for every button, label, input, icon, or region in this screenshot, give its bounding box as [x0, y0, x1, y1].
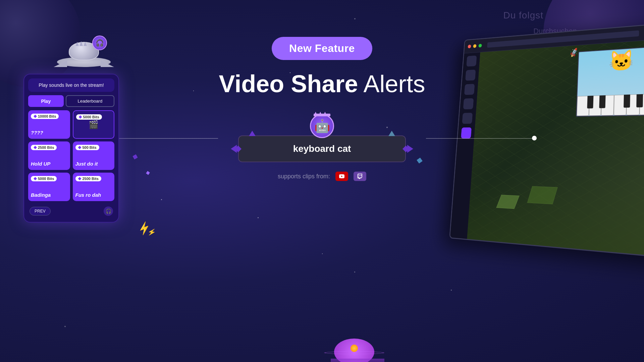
sidebar-icon-4	[463, 98, 474, 109]
alert-top-right-tri	[388, 131, 395, 136]
prev-button[interactable]: PREV	[30, 207, 51, 216]
bits-label-2: Bits	[92, 115, 99, 119]
cat-video: 🐱	[576, 46, 644, 117]
sidebar-active-icon	[461, 127, 472, 138]
black-key-3	[624, 95, 630, 108]
line-dot-right	[532, 136, 537, 140]
screen-dot-green	[478, 44, 482, 48]
sound-name-5: Badinga	[31, 192, 51, 198]
robot-icon: 🤖	[310, 114, 334, 138]
bits-label-4: Bits	[90, 145, 97, 149]
bits-value-1: 10000	[38, 114, 48, 118]
piano	[577, 94, 644, 116]
black-key-2	[599, 95, 605, 108]
bits-badge-5: 5000 Bits	[31, 176, 57, 181]
bits-value-2: 5000	[83, 115, 91, 119]
robot-crown	[314, 110, 330, 116]
phone-panel: 🎧 Play sounds live on the stream! Play L…	[23, 74, 119, 223]
video-icon: 🎬	[89, 120, 99, 129]
gem-icon-6	[78, 177, 82, 180]
headphone-icon: 🎧	[104, 206, 113, 216]
sound-name-4: Just do it	[75, 161, 98, 167]
center-content: New Feature Video Share Alerts 🤖	[205, 0, 439, 181]
sound-btn-6[interactable]: 2500 Bits Fus ro dah	[73, 173, 115, 201]
sound-btn-2[interactable]: 5000 Bits 🎬	[73, 110, 115, 139]
bits-badge-6: 2500 Bits	[75, 176, 101, 181]
spaceship-decoration: 🎧	[54, 44, 121, 74]
screen-main-content: Du folgst Durchsuchen Suchen 🐱	[467, 38, 644, 257]
bits-label-6: Bits	[92, 177, 99, 181]
bits-value-6: 2500	[83, 177, 91, 181]
main-title: Video Share Alerts	[219, 71, 425, 97]
gem-icon-5	[34, 177, 37, 180]
screen-dot-red	[468, 45, 471, 48]
alert-video-name: keyboard cat	[266, 143, 378, 154]
supports-text: supports clips from:	[278, 172, 366, 181]
right-diamond-1	[417, 158, 423, 164]
sound-name-3: Hold UP	[31, 161, 50, 167]
screen-body: Du folgst Durchsuchen Suchen 🐱	[450, 38, 644, 257]
alert-line-right	[426, 138, 533, 139]
alert-container: 🤖 keyboard cat	[238, 114, 406, 162]
purple-float-2	[146, 171, 150, 175]
bits-value-3: 2500	[38, 145, 46, 149]
sidebar-icon-5	[462, 113, 473, 124]
black-key-4	[636, 94, 643, 108]
sound-btn-1[interactable]: 10000 Bits ????	[28, 110, 70, 139]
phone-tabs: Play Leaderboard	[28, 95, 114, 107]
sound-btn-4[interactable]: 500 Bits Just do it	[73, 141, 115, 170]
bits-label-3: Bits	[47, 145, 54, 149]
game-block-2	[527, 186, 558, 204]
gem-icon-2	[79, 115, 82, 119]
phone-header-text: Play sounds live on the stream!	[32, 82, 110, 88]
crown-base	[314, 114, 330, 116]
bits-badge-2: 5000 Bits	[76, 114, 102, 120]
alert-left-arrow	[231, 145, 237, 153]
alert-arrow-right-container	[407, 145, 413, 153]
phone-header: Play sounds live on the stream!	[28, 78, 114, 92]
screen-dot-yellow	[473, 44, 476, 48]
sound-btn-3[interactable]: 2500 Bits Hold UP	[28, 141, 70, 170]
spaceship-pilot-icon: 🎧	[92, 36, 107, 50]
bits-badge-4: 500 Bits	[75, 145, 99, 150]
title-regular: Alerts	[358, 70, 425, 97]
sound-btn-5[interactable]: 5000 Bits Badinga	[28, 173, 70, 201]
planet-wave	[331, 359, 384, 362]
bits-value-5: 5000	[38, 177, 46, 181]
cat-video-bg: 🐱	[577, 46, 644, 116]
sound-name-6: Fus ro dah	[75, 192, 101, 198]
lightning-bolt-2: ⚡	[147, 227, 157, 237]
gem-icon-4	[78, 146, 82, 149]
planet-moon	[351, 345, 358, 352]
phone: Play sounds live on the stream! Play Lea…	[23, 74, 119, 223]
bottom-decoration	[321, 322, 388, 362]
sound-name-1: ????	[31, 130, 43, 135]
twitch-icon	[354, 172, 366, 181]
black-key-1	[587, 96, 593, 108]
sidebar-icon-1	[466, 55, 477, 66]
bg-ui-text-1: Du folgst	[503, 10, 544, 21]
alert-top-left-tri	[249, 131, 256, 136]
sidebar-icon-3	[464, 84, 475, 95]
bits-badge-3: 2500 Bits	[31, 145, 57, 150]
bits-label-5: Bits	[47, 177, 54, 181]
tab-play-button[interactable]: Play	[28, 95, 64, 107]
robot-face: 🤖	[314, 119, 330, 133]
bits-badge-1: 10000 Bits	[31, 114, 59, 119]
tab-leaderboard-button[interactable]: Leaderboard	[66, 95, 114, 107]
phone-footer: PREV 🎧	[28, 204, 114, 218]
supports-label: supports clips from:	[278, 173, 330, 180]
bits-label-1: Bits	[49, 114, 56, 118]
alert-arrow-left-container	[231, 145, 237, 153]
title-bold: Video Share	[219, 70, 358, 97]
screen-frame: netchlv 📺	[449, 22, 644, 259]
sidebar-icon-2	[465, 70, 476, 81]
gem-icon-3	[34, 146, 37, 149]
purple-float-1	[132, 154, 138, 160]
sound-grid: 10000 Bits ???? 5000 Bits 🎬 2500	[28, 110, 114, 201]
purple-blob	[321, 322, 388, 362]
alert-right-arrow	[407, 145, 413, 153]
bits-value-4: 500	[83, 145, 89, 149]
alert-box: keyboard cat	[238, 135, 406, 162]
alert-line-left	[111, 138, 218, 139]
